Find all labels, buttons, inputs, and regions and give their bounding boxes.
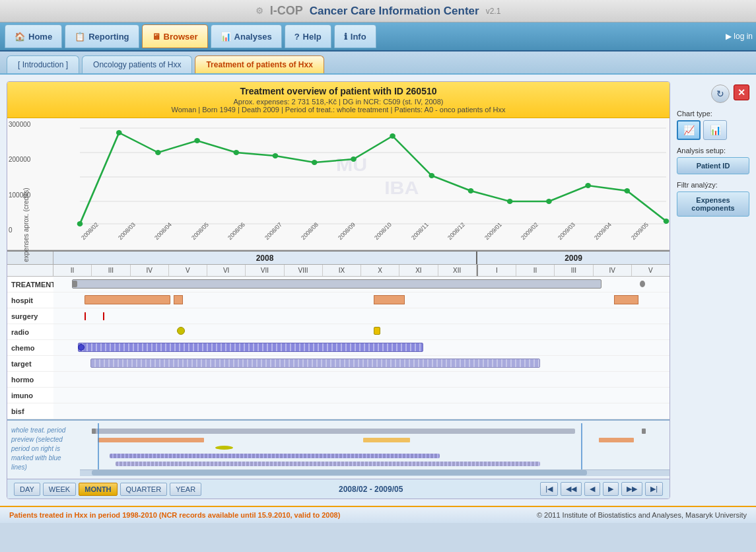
radio-label: radio: [7, 328, 53, 336]
refresh-button[interactable]: ↻: [711, 85, 730, 103]
gantt-row-treatment: TREATMENT: [7, 277, 670, 293]
chart-type-buttons: 📈 📊: [677, 120, 749, 140]
nav-prev-fast[interactable]: ◀◀: [561, 482, 582, 496]
day-btn[interactable]: DAY: [14, 483, 40, 496]
svg-point-20: [585, 183, 591, 188]
nav-analyses[interactable]: 📊 Analyses: [211, 24, 282, 48]
svg-point-8: [116, 130, 122, 135]
hospit-label: hospit: [7, 296, 53, 304]
gantt-month-row: II III IV V VI VII VIII IX X XI XII I II…: [7, 265, 670, 277]
month-v-2009: V: [632, 265, 670, 276]
main-content: Treatment overview of patient with ID 26…: [0, 75, 756, 506]
bisf-label: bisf: [7, 407, 53, 415]
gantt-row-hormo: hormo: [7, 372, 670, 388]
month-iv: IV: [131, 265, 169, 276]
quarter-btn[interactable]: QUARTER: [120, 483, 168, 496]
svg-point-21: [624, 188, 630, 193]
month-vi: VI: [207, 265, 246, 276]
nav-last[interactable]: ▶|: [645, 482, 663, 496]
year-2008: 2008: [53, 252, 477, 264]
nav-reporting[interactable]: 📋 Reporting: [65, 24, 139, 48]
svg-point-7: [77, 221, 83, 226]
chart-header: Treatment overview of patient with ID 26…: [7, 82, 670, 118]
nav-help[interactable]: ? Help: [285, 24, 331, 48]
patient-id-button[interactable]: Patient ID: [677, 157, 749, 174]
gantt-row-radio: radio: [7, 324, 670, 340]
svg-text:IBA: IBA: [384, 178, 419, 198]
reporting-icon: 📋: [75, 32, 85, 42]
svg-point-15: [390, 133, 395, 139]
month-xi: XI: [399, 265, 438, 276]
nav-next-fast[interactable]: ▶▶: [621, 482, 642, 496]
tab-introduction[interactable]: [ Introduction ]: [7, 55, 79, 73]
tab-oncology[interactable]: Oncology patients of Hxx: [82, 55, 192, 73]
svg-point-12: [273, 153, 279, 158]
nav-info[interactable]: ℹ Info: [334, 24, 376, 48]
svg-point-19: [546, 199, 552, 204]
line-chart-area: 300000 200000 100000 0 expenses aprox. (…: [7, 118, 670, 250]
gantt-row-imuno: imuno: [7, 388, 670, 403]
bisf-bar-area: [53, 403, 670, 419]
month-ii-2009: II: [516, 265, 555, 276]
nav-analyses-label: Analyses: [234, 32, 272, 42]
month-x: X: [361, 265, 399, 276]
week-btn[interactable]: WEEK: [43, 483, 76, 496]
tab-introduction-label: [ Introduction ]: [18, 60, 68, 69]
chart-panel: Treatment overview of patient with ID 26…: [7, 81, 670, 499]
nav-next[interactable]: ▶: [603, 482, 619, 496]
browser-icon: 🖥: [152, 32, 160, 42]
month-iii: III: [92, 265, 130, 276]
yaxis-300k: 300000: [9, 121, 40, 128]
month-iv-2009: IV: [594, 265, 632, 276]
login-link[interactable]: ▶ log in: [726, 32, 753, 41]
footer: Patients treated in Hxx in period 1998-2…: [0, 506, 756, 523]
nav-help-label: Help: [303, 32, 322, 42]
svg-point-10: [194, 138, 200, 143]
target-bar-area: [53, 356, 670, 371]
gantt-row-surgery: surgery: [7, 308, 670, 324]
month-xii: XII: [438, 265, 477, 276]
nav-first[interactable]: |◀: [540, 482, 558, 496]
title-text: Cancer Care Information Center: [310, 5, 479, 18]
close-button[interactable]: ✕: [734, 85, 749, 100]
analysis-setup-section: Analysis setup: Patient ID: [677, 147, 749, 174]
treatment-label: TREATMENT: [7, 281, 53, 289]
help-icon: ?: [294, 32, 300, 42]
time-navigation: DAY WEEK MONTH QUARTER YEAR 2008/02 - 20…: [7, 479, 670, 499]
chemo-bar-area: [53, 340, 670, 355]
chart-info: Woman | Born 1949 | Death 2009 | Period …: [14, 106, 663, 114]
svg-point-17: [468, 188, 474, 193]
nav-reporting-label: Reporting: [88, 32, 129, 42]
expenses-components-button[interactable]: Expenses components: [677, 191, 749, 217]
tab-treatment[interactable]: Treatment of patients of Hxx: [195, 55, 324, 73]
month-ix: IX: [323, 265, 361, 276]
radio-bar-area: [53, 324, 670, 339]
svg-point-9: [155, 150, 161, 155]
bar-chart-btn[interactable]: 📊: [703, 120, 727, 140]
preview-bars: [80, 423, 670, 476]
month-btn[interactable]: MONTH: [79, 483, 117, 496]
nav-prev[interactable]: ◀: [584, 482, 600, 496]
svg-point-16: [429, 173, 434, 178]
chart-subtitle: Aprox. expenses: 2 731 518,-Kč | DG in N…: [14, 98, 663, 106]
analysis-setup-label: Analysis setup:: [677, 147, 749, 155]
tab-treatment-label: Treatment of patients of Hxx: [206, 60, 312, 69]
nav-browser[interactable]: 🖥 Browser: [142, 24, 208, 48]
year-btn[interactable]: YEAR: [170, 483, 201, 496]
line-chart-btn[interactable]: 📈: [677, 120, 701, 140]
svg-point-18: [507, 199, 513, 204]
month-iii-2009: III: [555, 265, 593, 276]
version-text: v2.1: [486, 7, 501, 16]
treatment-bar-area: [53, 277, 670, 292]
chart-title: Treatment overview of patient with ID 26…: [14, 86, 663, 96]
nav-home[interactable]: 🏠 Home: [5, 24, 62, 48]
footer-right-text: © 2011 Institute of Biostatistics and An…: [537, 511, 747, 519]
gantt-row-chemo: chemo: [7, 340, 670, 356]
info-icon: ℹ: [344, 32, 347, 42]
gantt-row-hospit: hospit: [7, 293, 670, 308]
month-ii: II: [53, 265, 92, 276]
right-panel: ↻ ✕ Chart type: 📈 📊 Analysis setup: Pati…: [677, 81, 749, 499]
gantt-area: 2008 2009 II III IV V VI VII VIII IX X X…: [7, 250, 670, 419]
preview-area: whole treat. period preview (selected pe…: [7, 419, 670, 479]
chart-type-label: Chart type:: [677, 110, 749, 118]
